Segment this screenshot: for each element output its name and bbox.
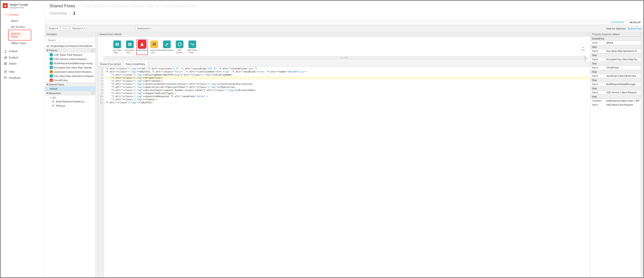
collapse-editor-icon[interactable]: ⌃ bbox=[586, 62, 590, 67]
org-switcher[interactable]: a Apigee Google piapigee-eval ⌄ bbox=[0, 1, 45, 11]
center-panel: Shared Flow: default ⌃ Key Value Map …En… bbox=[98, 32, 590, 277]
flow-step[interactable]: OAuthPolicy bbox=[136, 40, 148, 55]
navigator-header: Navigator bbox=[45, 32, 96, 37]
flow-arrow: FLOW bbox=[103, 56, 585, 61]
nav-shared-flows[interactable]: Shared Flows bbox=[8, 31, 31, 40]
editor-tab-policy[interactable]: Policy OAuthPolicy bbox=[123, 62, 148, 67]
flow-step[interactable]: ASE Raise Fault … bbox=[187, 41, 198, 54]
expand-inspector-button[interactable]: » bbox=[641, 32, 644, 277]
inspector-row: ConditionaseResponse.status.code = 403 bbox=[590, 99, 641, 103]
kvm-icon bbox=[113, 41, 121, 48]
js-icon: JS bbox=[150, 41, 158, 48]
flow-step-label: ASE Service Call… bbox=[174, 49, 185, 54]
policy-item[interactable]: ⎃ASE Raise Fault Request bbox=[45, 53, 96, 57]
inspector-step-header: Step bbox=[590, 62, 641, 66]
add-policy-button[interactable]: + bbox=[91, 49, 94, 52]
kvm-icon bbox=[126, 41, 134, 48]
chevron-down-icon: ⌄ bbox=[40, 4, 42, 6]
editor-tabs: Shared Flow default Policy OAuthPolicy ⌃ bbox=[98, 62, 590, 67]
lock-icon: 🔒 bbox=[50, 79, 53, 82]
tab-overview[interactable]: OVERVIEW bbox=[608, 20, 627, 25]
navigator-panel: Navigator ▤ PingIntelligence-Request-Sha… bbox=[45, 32, 96, 277]
caret-down-icon: ▾ bbox=[57, 27, 58, 30]
nav-help[interactable]: Help bbox=[0, 69, 45, 75]
inspector-step-header: Step bbox=[590, 86, 641, 91]
cloud-icon bbox=[176, 41, 184, 48]
policy-item[interactable]: JSJavaScript-Callout-Build-Headers-… bbox=[45, 70, 96, 74]
flow-step[interactable]: JSavaScript-Call … bbox=[149, 41, 160, 54]
code-icon: < > bbox=[4, 13, 8, 16]
save-button[interactable]: Save bbox=[61, 27, 69, 31]
canvas-header: Shared Flow: default ⌃ bbox=[98, 32, 590, 37]
nav-api-proxies[interactable]: API Proxies bbox=[0, 24, 45, 30]
tree-section-policies[interactable]: ▼ Policies + bbox=[45, 48, 96, 53]
breadcrumb-revision: 1 bbox=[73, 11, 75, 16]
caret-down-icon: ▼ bbox=[46, 83, 49, 86]
inspector-row: NameKey-Value-Map-Operations-Request bbox=[590, 49, 641, 53]
inspector-step-header: Step bbox=[590, 78, 641, 82]
tutorial-highlight: Shared Flows bbox=[8, 30, 31, 41]
add-step-button[interactable]: + Step bbox=[579, 44, 587, 52]
policy-item[interactable]: ⎃Key Value Map Operations Request bbox=[45, 74, 96, 78]
tree-section-sharedflows[interactable]: ▼ Shared Flows bbox=[45, 82, 96, 87]
caret-down-icon: ▼ bbox=[46, 49, 49, 52]
policy-icon: ⎃ bbox=[50, 62, 53, 65]
tree-root[interactable]: ▤ PingIntelligence-Request-SharedRule bbox=[45, 44, 96, 48]
flow-step[interactable]: ASE Service Call… bbox=[174, 41, 185, 54]
inspector-row: name default bbox=[590, 41, 641, 45]
breadcrumb-root[interactable]: Shared Flows bbox=[49, 4, 75, 8]
editor-tab-sharedflow[interactable]: Shared Flow default bbox=[98, 62, 123, 67]
inspector-section: SharedFlow bbox=[590, 37, 641, 41]
main: Shared Flows › PingIntelligence-Request-… bbox=[45, 1, 644, 277]
caret-down-icon: ▾ bbox=[84, 27, 85, 30]
nav-admin[interactable]: Admin bbox=[0, 61, 45, 67]
nav-analyze[interactable]: Analyze bbox=[0, 54, 45, 61]
tree-section-resources[interactable]: ▼ Resources + bbox=[45, 91, 96, 95]
js-icon: JS bbox=[50, 70, 53, 73]
navigator-search bbox=[46, 38, 94, 43]
nav-publish[interactable]: Publish bbox=[0, 48, 45, 54]
edit-icon bbox=[163, 41, 171, 48]
breadcrumb-overview[interactable]: Overview bbox=[49, 11, 67, 16]
flow-step[interactable]: Key Value Map … bbox=[112, 41, 122, 54]
deployment-menu-button[interactable]: Deployment ▾ bbox=[136, 27, 153, 31]
revision-menu-button[interactable]: Revision 1 ▾ bbox=[71, 27, 87, 31]
help-link[interactable]: Shared Flow bbox=[628, 27, 642, 30]
nav-offline-trace[interactable]: Offline Trace bbox=[0, 40, 45, 46]
collapse-canvas-icon[interactable]: ⌃ bbox=[587, 33, 589, 36]
nav-specs[interactable]: Specs bbox=[0, 18, 45, 24]
flow-step-label: BuildRequestDe… bbox=[158, 49, 175, 54]
inspector-header: Property Inspector default bbox=[590, 32, 641, 37]
svg-rect-12 bbox=[128, 45, 130, 46]
project-menu-button[interactable]: Project ▾ bbox=[47, 27, 60, 31]
sidebar: a Apigee Google piapigee-eval ⌄ < > Deve… bbox=[0, 1, 45, 277]
flow-label: FLOW bbox=[340, 57, 348, 59]
caret-down-icon: ▼ bbox=[46, 92, 49, 95]
breadcrumb: Shared Flows › PingIntelligence-Request-… bbox=[45, 1, 644, 10]
flow-step[interactable]: BuildRequestDe… bbox=[162, 41, 172, 54]
flow-step-label: Encrypted Key … bbox=[124, 49, 135, 54]
flow-step[interactable]: Encrypted Key … bbox=[124, 41, 135, 54]
search-input[interactable] bbox=[46, 38, 94, 43]
inspector-row: NameOAuthPolicy bbox=[590, 66, 641, 70]
nav-develop[interactable]: < > Develop bbox=[0, 12, 45, 18]
lock-icon bbox=[138, 41, 146, 48]
inspector-step-header: Step bbox=[590, 70, 641, 74]
code-editor[interactable]: 123456789101112 "t-attr">class="t-tag"><… bbox=[98, 67, 590, 277]
policy-item[interactable]: ⎃BuildRequestDetailMessage-Assig… bbox=[45, 61, 96, 65]
caret-down-icon: ▾ bbox=[150, 27, 152, 30]
resource-file[interactable]: 🗎 debug.js bbox=[45, 104, 96, 108]
bundle-icon: ▤ bbox=[47, 45, 49, 48]
policy-item[interactable]: 🔒OAuthPolicy bbox=[45, 78, 96, 82]
resource-folder[interactable]: ▼ jsc bbox=[45, 95, 96, 100]
breadcrumb-leaf: PingIntelligence-Request-Shared-Rule-for… bbox=[81, 4, 196, 8]
tab-develop[interactable]: DEVELOP bbox=[627, 20, 644, 25]
add-resource-button[interactable]: + bbox=[91, 92, 94, 95]
policy-item[interactable]: ⎃Encrypted Key Value Map Operati… bbox=[45, 65, 96, 70]
nav-feedback[interactable]: Feedback bbox=[0, 75, 45, 81]
org-name: Apigee Google bbox=[10, 3, 42, 6]
resource-file[interactable]: 🗎 Build-Request-Headers.js bbox=[45, 100, 96, 104]
sharedflow-item[interactable]: default bbox=[45, 87, 96, 91]
collapse-navigator-button[interactable]: « bbox=[96, 32, 98, 277]
policy-item[interactable]: ⎃ASE Service Callout-Request bbox=[45, 57, 96, 61]
